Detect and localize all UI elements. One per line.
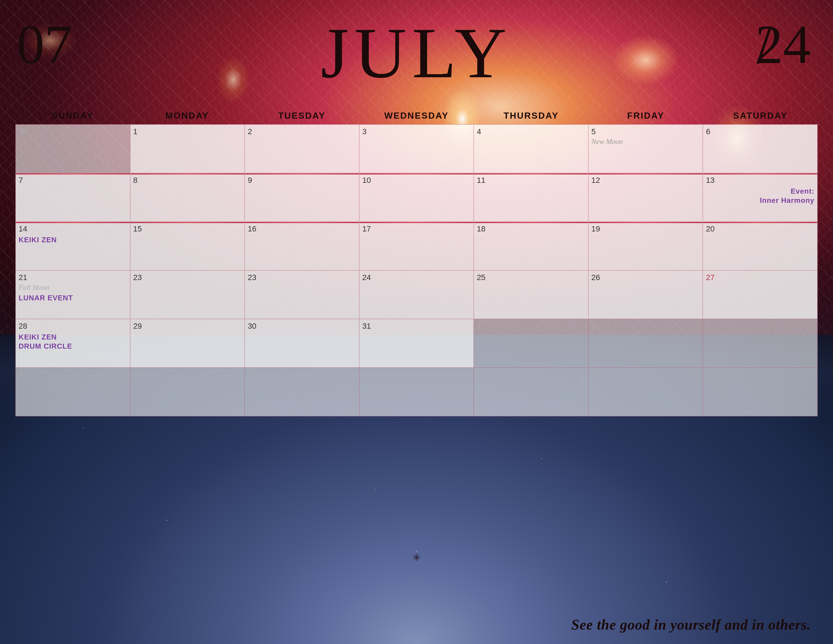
- table-row[interactable]: 21Full MoonLUNAR EVENT: [16, 270, 130, 319]
- table-row[interactable]: 4: [474, 124, 589, 173]
- cell-date: 9: [592, 370, 700, 380]
- cell-date: 18: [477, 224, 585, 233]
- cell-date: 4: [19, 370, 127, 380]
- cell-date: 30: [19, 127, 127, 137]
- cell-date: 1: [477, 322, 585, 331]
- table-row[interactable]: 27: [703, 270, 817, 319]
- table-row[interactable]: 2: [244, 124, 359, 173]
- table-row[interactable]: 9: [244, 173, 359, 222]
- table-row[interactable]: 29: [130, 319, 245, 367]
- cell-date: 5: [592, 127, 700, 137]
- cell-date: 31: [362, 322, 471, 331]
- month-name: JULY: [321, 17, 512, 89]
- day-header-tue: TUESDAY: [244, 106, 359, 124]
- table-row[interactable]: 30: [16, 124, 130, 173]
- year: 24: [755, 17, 811, 72]
- cell-date: 8: [477, 370, 585, 380]
- cell-date: 15: [133, 224, 242, 233]
- cell-date: 3: [706, 322, 814, 331]
- header: 07 JULY / 24: [0, 0, 833, 106]
- cell-date: 14: [19, 224, 127, 233]
- cell-date: 6: [706, 127, 814, 137]
- cell-date: 7: [362, 370, 471, 380]
- table-row[interactable]: 2: [589, 319, 703, 367]
- cell-event: KEIKI ZEN: [19, 235, 127, 245]
- day-header-wed: WEDNESDAY: [359, 106, 474, 124]
- day-header-mon: MONDAY: [130, 106, 244, 124]
- day-headers: SUNDAY MONDAY TUESDAY WEDNESDAY THURSDAY…: [15, 106, 818, 124]
- cell-date: 9: [248, 175, 356, 185]
- cell-date: 30: [248, 322, 356, 331]
- cell-event: Event:Inner Harmony: [706, 187, 814, 206]
- cell-date: 1: [133, 127, 242, 137]
- table-row[interactable]: 7: [16, 173, 130, 222]
- table-row[interactable]: 30: [244, 319, 359, 367]
- cell-date: 16: [248, 224, 356, 233]
- cell-date: 28: [19, 322, 127, 331]
- cell-date: 24: [362, 273, 471, 282]
- table-row[interactable]: 31: [359, 319, 474, 367]
- cell-date: 8: [133, 175, 242, 185]
- table-row[interactable]: 8: [474, 367, 589, 416]
- table-row[interactable]: 1: [130, 124, 245, 173]
- calendar-container: SUNDAY MONDAY TUESDAY WEDNESDAY THURSDAY…: [15, 106, 818, 555]
- table-row[interactable]: 5New Moon: [589, 124, 703, 173]
- cell-date: 23: [133, 273, 242, 282]
- table-row[interactable]: 6: [703, 124, 817, 173]
- quote-text: See the good in yourself and in others.: [571, 617, 811, 633]
- table-row[interactable]: 28KEIKI ZENDRUM CIRCLE: [16, 319, 130, 367]
- cell-date: 17: [362, 224, 471, 233]
- day-header-thu: THURSDAY: [474, 106, 589, 124]
- table-row[interactable]: 23: [130, 270, 245, 319]
- cell-date: 2: [248, 127, 356, 137]
- cell-moon: Full Moon: [19, 283, 127, 292]
- cell-date: 10: [706, 370, 814, 380]
- table-row[interactable]: 26: [589, 270, 703, 319]
- cell-date: 27: [706, 273, 814, 282]
- table-row[interactable]: 9: [589, 367, 703, 416]
- calendar-grid: 3012345New Moon678910111213Event:Inner H…: [15, 124, 818, 417]
- cell-date: 4: [477, 127, 585, 137]
- cell-date: 2: [592, 322, 700, 331]
- table-row[interactable]: 25: [474, 270, 589, 319]
- month-number: 07: [17, 17, 72, 72]
- table-row[interactable]: 3: [359, 124, 474, 173]
- cell-date: 5: [133, 370, 242, 380]
- sparkle-symbol: ✳: [412, 552, 421, 564]
- table-row[interactable]: 11: [474, 173, 589, 222]
- cell-date: 10: [362, 175, 471, 185]
- day-header-sun: SUNDAY: [15, 106, 130, 124]
- cell-date: 12: [592, 175, 700, 185]
- table-row[interactable]: 16: [244, 222, 359, 270]
- table-row[interactable]: 6: [244, 367, 359, 416]
- table-row[interactable]: 12: [589, 173, 703, 222]
- table-row[interactable]: 17: [359, 222, 474, 270]
- table-row[interactable]: 15: [130, 222, 245, 270]
- cell-event: KEIKI ZENDRUM CIRCLE: [19, 333, 127, 351]
- cell-date: 23: [248, 273, 356, 282]
- table-row[interactable]: 1: [474, 319, 589, 367]
- cell-event: LUNAR EVENT: [19, 293, 127, 303]
- cell-date: 20: [706, 224, 814, 233]
- table-row[interactable]: 18: [474, 222, 589, 270]
- table-row[interactable]: 4: [16, 367, 130, 416]
- table-row[interactable]: 20: [703, 222, 817, 270]
- cell-date: 11: [477, 175, 585, 185]
- table-row[interactable]: 8: [130, 173, 245, 222]
- table-row[interactable]: 23: [244, 270, 359, 319]
- table-row[interactable]: 10: [359, 173, 474, 222]
- cell-date: 21: [19, 273, 127, 282]
- table-row[interactable]: 19: [589, 222, 703, 270]
- cell-date: 29: [133, 322, 242, 331]
- table-row[interactable]: 3: [703, 319, 817, 367]
- cell-moon: New Moon: [592, 137, 700, 146]
- table-row[interactable]: 14KEIKI ZEN: [16, 222, 130, 270]
- table-row[interactable]: 7: [359, 367, 474, 416]
- day-header-sat: SATURDAY: [703, 106, 818, 124]
- cell-date: 26: [592, 273, 700, 282]
- cell-date: 19: [592, 224, 700, 233]
- table-row[interactable]: 5: [130, 367, 245, 416]
- table-row[interactable]: 13Event:Inner Harmony: [703, 173, 817, 222]
- table-row[interactable]: 24: [359, 270, 474, 319]
- table-row[interactable]: 10: [703, 367, 817, 416]
